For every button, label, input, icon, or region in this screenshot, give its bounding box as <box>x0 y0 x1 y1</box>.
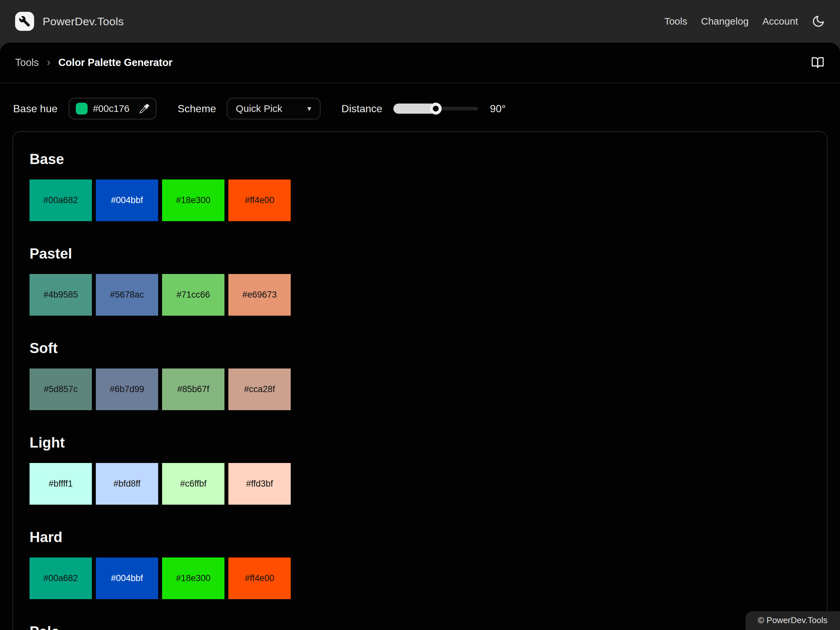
nav-link-changelog[interactable]: Changelog <box>701 16 748 27</box>
swatch-row: #5d857c#6b7d99#85b67f#cca28f <box>30 368 810 410</box>
color-swatch[interactable]: #cca28f <box>228 368 291 410</box>
color-swatch[interactable]: #18e300 <box>162 180 224 221</box>
breadcrumb-bar: Tools › Color Palette Generator <box>0 43 840 83</box>
footer-text: © PowerDev.Tools <box>758 615 827 625</box>
section-title: Base <box>30 150 810 169</box>
color-swatch[interactable]: #004bbf <box>96 180 158 221</box>
color-swatch[interactable]: #ff4e00 <box>228 557 291 599</box>
nav-link-account[interactable]: Account <box>763 16 798 27</box>
base-hue-swatch[interactable] <box>76 103 88 115</box>
color-swatch[interactable]: #71cc66 <box>162 274 224 316</box>
color-swatch[interactable]: #5678ac <box>96 274 158 316</box>
section-title: Pastel <box>30 244 810 263</box>
nav-links: Tools Changelog Account <box>664 15 825 28</box>
color-swatch[interactable]: #e69673 <box>228 274 291 316</box>
eyedropper-icon <box>139 104 149 114</box>
chevron-right-icon: › <box>47 56 50 69</box>
top-nav: PowerDev.Tools Tools Changelog Account <box>0 0 840 43</box>
color-swatch[interactable]: #00a682 <box>30 180 92 221</box>
color-swatch[interactable]: #6b7d99 <box>96 368 158 410</box>
base-hue-value[interactable]: #00c176 <box>93 103 134 114</box>
palette-section: Soft #5d857c#6b7d99#85b67f#cca28f <box>30 339 810 410</box>
wrench-icon <box>19 16 30 27</box>
color-swatch[interactable]: #5d857c <box>30 368 92 410</box>
nav-link-tools[interactable]: Tools <box>664 16 687 27</box>
color-swatch[interactable]: #ff4e00 <box>228 180 291 221</box>
page-content: Tools › Color Palette Generator Base hue… <box>0 43 840 630</box>
breadcrumb-tools-link[interactable]: Tools <box>15 57 39 69</box>
palette-section: Pastel #4b9585#5678ac#71cc66#e69673 <box>30 244 810 316</box>
distance-value: 90° <box>490 103 506 115</box>
color-swatch[interactable]: #18e300 <box>162 557 224 599</box>
color-swatch[interactable]: #004bbf <box>96 557 158 599</box>
section-title: Soft <box>30 339 810 358</box>
color-swatch[interactable]: #c6ffbf <box>162 463 224 505</box>
color-swatch[interactable]: #bffff1 <box>30 463 92 505</box>
section-title: Hard <box>30 527 810 547</box>
slider-thumb[interactable] <box>430 103 442 115</box>
palette-section: Light #bffff1#bfd8ff#c6ffbf#ffd3bf <box>30 433 810 505</box>
color-swatch[interactable]: #bfd8ff <box>96 463 158 505</box>
palette-sections: Base #00a682#004bbf#18e300#ff4e00 Pastel… <box>30 150 810 630</box>
base-hue-input[interactable]: #00c176 <box>69 98 156 120</box>
distance-label: Distance <box>341 103 382 115</box>
scheme-value: Quick Pick <box>236 103 283 114</box>
moon-icon <box>812 15 825 28</box>
color-swatch[interactable]: #4b9585 <box>30 274 92 316</box>
color-swatch[interactable]: #00a682 <box>30 557 92 599</box>
page-title: Color Palette Generator <box>58 57 172 69</box>
color-swatch[interactable]: #85b67f <box>162 368 224 410</box>
swatch-row: #bffff1#bfd8ff#c6ffbf#ffd3bf <box>30 463 810 505</box>
book-open-icon <box>810 56 825 69</box>
swatch-row: #00a682#004bbf#18e300#ff4e00 <box>30 180 810 221</box>
app-logo <box>15 12 34 31</box>
palette-section: Pale <box>30 622 810 630</box>
distance-slider[interactable] <box>393 101 478 116</box>
palette-panel: Base #00a682#004bbf#18e300#ff4e00 Pastel… <box>13 131 827 630</box>
swatch-row: #4b9585#5678ac#71cc66#e69673 <box>30 274 810 316</box>
docs-button[interactable] <box>810 56 825 69</box>
breadcrumb: Tools › Color Palette Generator <box>15 56 172 69</box>
section-title: Pale <box>30 622 810 630</box>
eyedropper-button[interactable] <box>139 104 149 114</box>
section-title: Light <box>30 433 810 452</box>
scheme-label: Scheme <box>177 103 216 115</box>
controls-bar: Base hue #00c176 Scheme Quick Pick ▾ Dis… <box>0 98 840 120</box>
base-hue-label: Base hue <box>13 103 57 115</box>
swatch-row: #00a682#004bbf#18e300#ff4e00 <box>30 557 810 599</box>
footer: © PowerDev.Tools <box>745 611 840 630</box>
brand[interactable]: PowerDev.Tools <box>15 12 124 31</box>
slider-fill <box>393 104 436 114</box>
brand-title: PowerDev.Tools <box>43 15 124 28</box>
palette-section: Hard #00a682#004bbf#18e300#ff4e00 <box>30 527 810 599</box>
color-swatch[interactable]: #ffd3bf <box>228 463 291 505</box>
theme-toggle[interactable] <box>812 15 825 28</box>
scheme-dropdown[interactable]: Quick Pick ▾ <box>227 98 321 120</box>
chevron-down-icon: ▾ <box>308 105 311 112</box>
palette-section: Base #00a682#004bbf#18e300#ff4e00 <box>30 150 810 221</box>
